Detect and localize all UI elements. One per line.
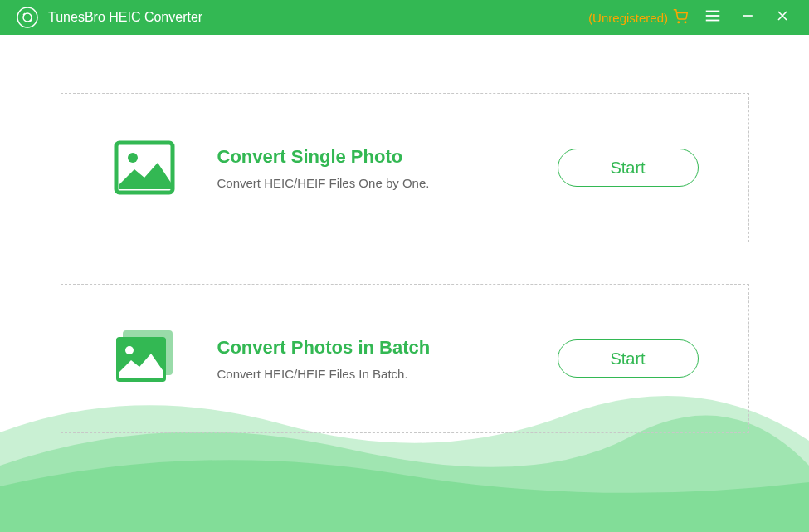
batch-start-button[interactable]: Start bbox=[558, 339, 699, 378]
unregistered-label: (Unregistered) bbox=[588, 11, 668, 25]
batch-text-group: Convert Photos in Batch Convert HEIC/HEI… bbox=[217, 337, 558, 381]
main-content: Convert Single Photo Convert HEIC/HEIF F… bbox=[0, 35, 809, 532]
close-icon bbox=[774, 7, 791, 27]
svg-point-0 bbox=[17, 7, 37, 27]
svg-point-10 bbox=[128, 153, 138, 163]
batch-photo-icon bbox=[111, 325, 178, 392]
app-logo-icon bbox=[17, 7, 38, 28]
cart-icon bbox=[673, 9, 688, 27]
svg-point-2 bbox=[685, 22, 686, 23]
single-title: Convert Single Photo bbox=[217, 146, 558, 168]
close-button[interactable] bbox=[772, 7, 792, 27]
unregistered-link[interactable]: (Unregistered) bbox=[588, 9, 688, 27]
single-convert-card: Convert Single Photo Convert HEIC/HEIF F… bbox=[61, 93, 749, 242]
svg-point-13 bbox=[125, 346, 134, 354]
single-subtitle: Convert HEIC/HEIF Files One by One. bbox=[217, 176, 558, 190]
minimize-icon bbox=[739, 7, 756, 27]
single-start-button[interactable]: Start bbox=[558, 149, 699, 187]
menu-button[interactable] bbox=[703, 7, 723, 27]
batch-title: Convert Photos in Batch bbox=[217, 337, 558, 359]
titlebar: TunesBro HEIC Converter (Unregistered) bbox=[0, 0, 809, 35]
single-photo-icon bbox=[111, 134, 178, 201]
batch-subtitle: Convert HEIC/HEIF Files In Batch. bbox=[217, 367, 558, 381]
menu-icon bbox=[704, 7, 722, 28]
batch-convert-card: Convert Photos in Batch Convert HEIC/HEI… bbox=[61, 284, 749, 433]
app-title: TunesBro HEIC Converter bbox=[48, 10, 588, 25]
single-text-group: Convert Single Photo Convert HEIC/HEIF F… bbox=[217, 146, 558, 190]
svg-point-1 bbox=[678, 22, 680, 23]
minimize-button[interactable] bbox=[738, 7, 758, 27]
